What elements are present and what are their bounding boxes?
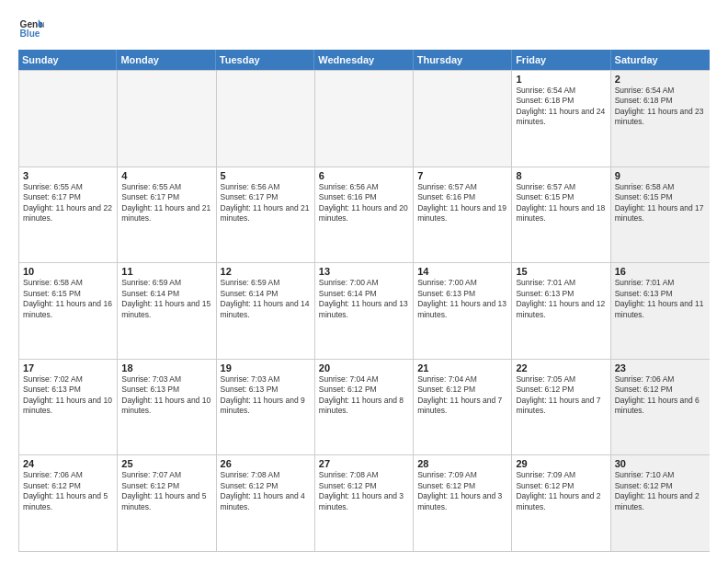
day-info: Sunrise: 6:58 AM Sunset: 6:15 PM Dayligh… bbox=[23, 278, 113, 320]
day-info: Sunrise: 6:55 AM Sunset: 6:17 PM Dayligh… bbox=[121, 182, 211, 224]
day-info: Sunrise: 7:07 AM Sunset: 6:12 PM Dayligh… bbox=[121, 470, 211, 512]
day-info: Sunrise: 7:09 AM Sunset: 6:12 PM Dayligh… bbox=[417, 470, 507, 512]
day-number: 16 bbox=[615, 266, 706, 277]
day-number: 17 bbox=[23, 362, 113, 373]
calendar-cell: 28Sunrise: 7:09 AM Sunset: 6:12 PM Dayli… bbox=[414, 455, 512, 551]
calendar-cell: 26Sunrise: 7:08 AM Sunset: 6:12 PM Dayli… bbox=[217, 455, 315, 551]
calendar-cell: 3Sunrise: 6:55 AM Sunset: 6:17 PM Daylig… bbox=[19, 167, 118, 263]
day-info: Sunrise: 6:54 AM Sunset: 6:18 PM Dayligh… bbox=[615, 86, 706, 128]
calendar-cell: 1Sunrise: 6:54 AM Sunset: 6:18 PM Daylig… bbox=[512, 71, 610, 167]
day-number: 7 bbox=[417, 170, 507, 181]
page-header: General Blue bbox=[18, 17, 710, 42]
day-info: Sunrise: 6:56 AM Sunset: 6:17 PM Dayligh… bbox=[221, 182, 311, 224]
day-info: Sunrise: 6:54 AM Sunset: 6:18 PM Dayligh… bbox=[516, 86, 606, 128]
day-number: 6 bbox=[319, 170, 409, 181]
calendar-cell: 22Sunrise: 7:05 AM Sunset: 6:12 PM Dayli… bbox=[512, 360, 610, 455]
day-info: Sunrise: 7:02 AM Sunset: 6:13 PM Dayligh… bbox=[23, 374, 113, 417]
day-info: Sunrise: 7:08 AM Sunset: 6:12 PM Dayligh… bbox=[319, 470, 409, 512]
day-info: Sunrise: 7:00 AM Sunset: 6:13 PM Dayligh… bbox=[417, 278, 507, 320]
day-number: 22 bbox=[516, 362, 606, 373]
calendar-cell: 21Sunrise: 7:04 AM Sunset: 6:12 PM Dayli… bbox=[414, 360, 512, 455]
calendar-cell: 6Sunrise: 6:56 AM Sunset: 6:16 PM Daylig… bbox=[315, 167, 414, 263]
day-info: Sunrise: 6:59 AM Sunset: 6:14 PM Dayligh… bbox=[121, 278, 211, 320]
calendar-cell: 4Sunrise: 6:55 AM Sunset: 6:17 PM Daylig… bbox=[118, 167, 216, 263]
weekday-header: Tuesday bbox=[216, 50, 314, 70]
calendar-cell: 19Sunrise: 7:03 AM Sunset: 6:13 PM Dayli… bbox=[217, 360, 315, 455]
day-info: Sunrise: 7:06 AM Sunset: 6:12 PM Dayligh… bbox=[23, 470, 113, 512]
calendar-cell: 20Sunrise: 7:04 AM Sunset: 6:12 PM Dayli… bbox=[315, 360, 414, 455]
day-number: 23 bbox=[615, 362, 706, 373]
weekday-header: Friday bbox=[512, 50, 610, 70]
day-number: 1 bbox=[516, 74, 606, 85]
day-number: 15 bbox=[516, 266, 606, 277]
calendar-row: 1Sunrise: 6:54 AM Sunset: 6:18 PM Daylig… bbox=[19, 70, 710, 167]
day-number: 12 bbox=[221, 266, 311, 277]
weekday-header: Thursday bbox=[414, 50, 512, 70]
calendar-cell: 18Sunrise: 7:03 AM Sunset: 6:13 PM Dayli… bbox=[118, 360, 216, 455]
weekday-header: Sunday bbox=[18, 50, 117, 70]
calendar-cell: 14Sunrise: 7:00 AM Sunset: 6:13 PM Dayli… bbox=[414, 263, 512, 359]
day-number: 13 bbox=[319, 266, 409, 277]
calendar-cell: 9Sunrise: 6:58 AM Sunset: 6:15 PM Daylig… bbox=[611, 167, 710, 263]
day-number: 9 bbox=[615, 170, 706, 181]
calendar-cell: 11Sunrise: 6:59 AM Sunset: 6:14 PM Dayli… bbox=[118, 263, 216, 359]
calendar-row: 10Sunrise: 6:58 AM Sunset: 6:15 PM Dayli… bbox=[19, 262, 710, 359]
day-info: Sunrise: 6:58 AM Sunset: 6:15 PM Dayligh… bbox=[615, 182, 706, 224]
day-info: Sunrise: 7:03 AM Sunset: 6:13 PM Dayligh… bbox=[221, 374, 311, 417]
calendar-cell: 2Sunrise: 6:54 AM Sunset: 6:18 PM Daylig… bbox=[611, 71, 710, 167]
svg-text:Blue: Blue bbox=[20, 29, 40, 39]
day-info: Sunrise: 6:56 AM Sunset: 6:16 PM Dayligh… bbox=[319, 182, 409, 224]
calendar-cell: 16Sunrise: 7:01 AM Sunset: 6:13 PM Dayli… bbox=[611, 263, 710, 359]
day-info: Sunrise: 7:01 AM Sunset: 6:13 PM Dayligh… bbox=[516, 278, 606, 320]
day-info: Sunrise: 7:08 AM Sunset: 6:12 PM Dayligh… bbox=[221, 470, 311, 512]
calendar-cell: 25Sunrise: 7:07 AM Sunset: 6:12 PM Dayli… bbox=[118, 455, 216, 551]
logo-icon: General Blue bbox=[18, 17, 44, 42]
day-number: 26 bbox=[221, 458, 311, 469]
day-info: Sunrise: 6:57 AM Sunset: 6:15 PM Dayligh… bbox=[516, 182, 606, 224]
day-number: 8 bbox=[516, 170, 606, 181]
calendar-cell: 24Sunrise: 7:06 AM Sunset: 6:12 PM Dayli… bbox=[19, 455, 118, 551]
weekday-header: Wednesday bbox=[314, 50, 413, 70]
day-number: 28 bbox=[417, 458, 507, 469]
calendar-row: 3Sunrise: 6:55 AM Sunset: 6:17 PM Daylig… bbox=[19, 167, 710, 263]
calendar-body: 1Sunrise: 6:54 AM Sunset: 6:18 PM Daylig… bbox=[18, 70, 710, 552]
day-number: 4 bbox=[121, 170, 211, 181]
day-info: Sunrise: 7:00 AM Sunset: 6:14 PM Dayligh… bbox=[319, 278, 409, 320]
day-number: 27 bbox=[319, 458, 409, 469]
day-number: 25 bbox=[121, 458, 211, 469]
day-info: Sunrise: 6:55 AM Sunset: 6:17 PM Dayligh… bbox=[23, 182, 113, 224]
calendar-cell: 17Sunrise: 7:02 AM Sunset: 6:13 PM Dayli… bbox=[19, 360, 118, 455]
calendar-cell: 12Sunrise: 6:59 AM Sunset: 6:14 PM Dayli… bbox=[217, 263, 315, 359]
day-info: Sunrise: 7:03 AM Sunset: 6:13 PM Dayligh… bbox=[121, 374, 211, 417]
calendar-header: SundayMondayTuesdayWednesdayThursdayFrid… bbox=[18, 50, 710, 70]
calendar-cell: 23Sunrise: 7:06 AM Sunset: 6:12 PM Dayli… bbox=[611, 360, 710, 455]
day-number: 21 bbox=[417, 362, 507, 373]
calendar-cell bbox=[19, 71, 118, 167]
calendar-cell: 29Sunrise: 7:09 AM Sunset: 6:12 PM Dayli… bbox=[512, 455, 610, 551]
weekday-header: Monday bbox=[117, 50, 215, 70]
calendar-cell bbox=[414, 71, 512, 167]
day-info: Sunrise: 6:57 AM Sunset: 6:16 PM Dayligh… bbox=[417, 182, 507, 224]
calendar-cell: 5Sunrise: 6:56 AM Sunset: 6:17 PM Daylig… bbox=[217, 167, 315, 263]
day-number: 14 bbox=[417, 266, 507, 277]
day-number: 24 bbox=[23, 458, 113, 469]
day-number: 5 bbox=[221, 170, 311, 181]
day-number: 29 bbox=[516, 458, 606, 469]
day-info: Sunrise: 7:09 AM Sunset: 6:12 PM Dayligh… bbox=[516, 470, 606, 512]
logo: General Blue bbox=[18, 17, 44, 42]
weekday-header: Saturday bbox=[611, 50, 710, 70]
calendar-cell: 8Sunrise: 6:57 AM Sunset: 6:15 PM Daylig… bbox=[512, 167, 610, 263]
day-info: Sunrise: 7:06 AM Sunset: 6:12 PM Dayligh… bbox=[615, 374, 706, 417]
calendar-cell: 10Sunrise: 6:58 AM Sunset: 6:15 PM Dayli… bbox=[19, 263, 118, 359]
calendar-row: 17Sunrise: 7:02 AM Sunset: 6:13 PM Dayli… bbox=[19, 359, 710, 455]
day-number: 10 bbox=[23, 266, 113, 277]
calendar-cell bbox=[315, 71, 414, 167]
calendar-cell bbox=[118, 71, 216, 167]
calendar: SundayMondayTuesdayWednesdayThursdayFrid… bbox=[18, 50, 710, 552]
day-info: Sunrise: 7:01 AM Sunset: 6:13 PM Dayligh… bbox=[615, 278, 706, 320]
day-number: 11 bbox=[121, 266, 211, 277]
calendar-cell: 13Sunrise: 7:00 AM Sunset: 6:14 PM Dayli… bbox=[315, 263, 414, 359]
day-number: 20 bbox=[319, 362, 409, 373]
day-info: Sunrise: 6:59 AM Sunset: 6:14 PM Dayligh… bbox=[221, 278, 311, 320]
day-info: Sunrise: 7:10 AM Sunset: 6:12 PM Dayligh… bbox=[615, 470, 706, 512]
